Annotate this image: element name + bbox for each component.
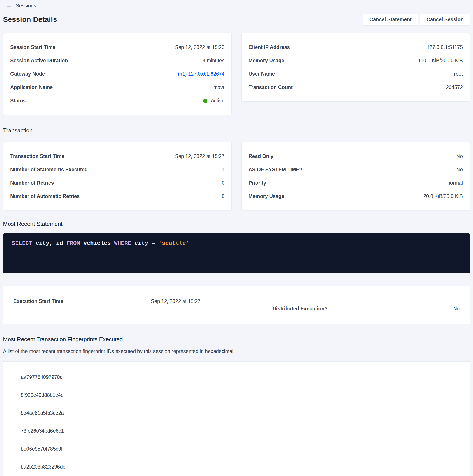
transaction-count-label: Transaction Count bbox=[248, 85, 293, 90]
fingerprint-item: 73fe26034bd6e6c1 bbox=[21, 422, 461, 440]
user-name-row: User Name root bbox=[248, 71, 463, 77]
sql-statement-box: SELECT city, id FROM vehicles WHERE city… bbox=[3, 233, 470, 273]
fingerprint-item: be06e9570f785c9f bbox=[21, 440, 461, 458]
automatic-retries-label: Number of Automatic Retries bbox=[10, 193, 80, 199]
statements-executed-value: 1 bbox=[222, 167, 225, 173]
statement-section-heading: Most Recent Statement bbox=[3, 221, 470, 227]
client-ip-value: 127.0.0.1:51175 bbox=[427, 44, 463, 50]
session-start-time-row: Session Start Time Sep 12, 2022 at 15:23 bbox=[10, 44, 225, 50]
distributed-execution-value: No bbox=[453, 306, 460, 312]
sql-statement-text: SELECT city, id FROM vehicles WHERE city… bbox=[12, 240, 461, 247]
fingerprints-card: aa79775ff097970c 8f920c40d88b1c4e 8d4ae6… bbox=[3, 361, 470, 476]
session-active-duration-value: 4 minutes bbox=[203, 58, 225, 64]
priority-label: Priority bbox=[248, 180, 266, 186]
status-badge: Active bbox=[203, 98, 225, 104]
distributed-execution-row: Distributed Execution? No bbox=[273, 306, 460, 312]
session-details-page: ← Sessions Session Details Cancel Statem… bbox=[0, 0, 473, 476]
as-of-system-time-label: AS OF SYSTEM TIME? bbox=[248, 167, 303, 173]
application-name-label: Application Name bbox=[10, 85, 53, 90]
sql-keyword: WHERE bbox=[114, 240, 131, 247]
automatic-retries-row: Number of Automatic Retries 0 bbox=[10, 193, 225, 199]
fingerprints-description: A list of the most recent transaction fi… bbox=[3, 348, 470, 354]
session-memory-usage-row: Memory Usage 110.0 KiB/200.0 KiB bbox=[248, 58, 463, 64]
sql-keyword: SELECT bbox=[12, 240, 32, 247]
fingerprint-item: aa79775ff097970c bbox=[21, 368, 461, 386]
transaction-memory-usage-row: Memory Usage 20.0 KiB/20.0 KiB bbox=[248, 193, 463, 199]
page-title: Session Details bbox=[3, 15, 57, 24]
gateway-node-row: Gateway Node (n1) 127.0.0.1:62674 bbox=[10, 71, 225, 77]
session-memory-usage-label: Memory Usage bbox=[248, 58, 284, 64]
transaction-card-left: Transaction Start Time Sep 12, 2022 at 1… bbox=[3, 142, 232, 210]
application-name-value: movr bbox=[213, 85, 225, 90]
session-summary-card-left: Session Start Time Sep 12, 2022 at 15:23… bbox=[3, 33, 232, 115]
cancel-session-button[interactable]: Cancel Session bbox=[420, 14, 470, 25]
session-memory-usage-value: 110.0 KiB/200.0 KiB bbox=[418, 58, 463, 64]
sql-plain: city = bbox=[131, 240, 159, 247]
read-only-row: Read Only No bbox=[248, 153, 463, 159]
priority-row: Priority normal bbox=[248, 180, 463, 186]
sql-keyword: FROM bbox=[66, 240, 80, 247]
breadcrumb: ← Sessions bbox=[3, 2, 470, 9]
statements-executed-label: Number of Statements Executed bbox=[10, 167, 88, 173]
priority-value: normal bbox=[447, 180, 463, 186]
automatic-retries-value: 0 bbox=[222, 193, 225, 199]
session-summary-section: Session Start Time Sep 12, 2022 at 15:23… bbox=[3, 33, 470, 115]
status-label: Status bbox=[10, 98, 26, 104]
read-only-value: No bbox=[457, 153, 463, 159]
statements-executed-row: Number of Statements Executed 1 bbox=[10, 167, 225, 173]
fingerprint-item: 8d4ae61a5fb3ce2a bbox=[21, 404, 461, 422]
session-active-duration-row: Session Active Duration 4 minutes bbox=[10, 58, 225, 64]
as-of-system-time-value: No bbox=[457, 167, 463, 173]
as-of-system-time-row: AS OF SYSTEM TIME? No bbox=[248, 167, 463, 173]
page-header: Session Details Cancel Statement Cancel … bbox=[3, 14, 470, 25]
sql-plain: city, id bbox=[32, 240, 66, 247]
execution-start-time-value: Sep 12, 2022 at 15:27 bbox=[151, 298, 200, 304]
transaction-start-time-value: Sep 12, 2022 at 15:27 bbox=[175, 153, 225, 159]
session-start-time-label: Session Start Time bbox=[10, 44, 55, 50]
session-summary-card-right: Client IP Address 127.0.0.1:51175 Memory… bbox=[241, 33, 470, 102]
session-active-duration-label: Session Active Duration bbox=[10, 58, 68, 64]
execution-start-time-label: Execution Start Time bbox=[13, 298, 63, 304]
transaction-count-value: 204572 bbox=[446, 85, 463, 90]
user-name-label: User Name bbox=[248, 71, 275, 77]
status-row: Status Active bbox=[10, 98, 225, 104]
gateway-node-link[interactable]: (n1) 127.0.0.1:62674 bbox=[178, 71, 225, 77]
fingerprint-item: ba2b203b823296de bbox=[21, 458, 461, 476]
client-ip-row: Client IP Address 127.0.0.1:51175 bbox=[248, 44, 463, 50]
distributed-execution-label: Distributed Execution? bbox=[273, 306, 328, 312]
transaction-memory-usage-value: 20.0 KiB/20.0 KiB bbox=[423, 193, 463, 199]
cancel-statement-button[interactable]: Cancel Statement bbox=[363, 14, 418, 25]
sql-string-literal: 'seattle' bbox=[159, 240, 189, 247]
status-value: Active bbox=[211, 98, 225, 104]
sql-plain: vehicles bbox=[80, 240, 114, 247]
gateway-node-label: Gateway Node bbox=[10, 71, 45, 77]
session-start-time-value: Sep 12, 2022 at 15:23 bbox=[175, 44, 225, 50]
fingerprints-section-heading: Most Recent Transaction Fingerprints Exe… bbox=[3, 336, 470, 343]
user-name-value: root bbox=[454, 71, 463, 77]
breadcrumb-sessions-link[interactable]: Sessions bbox=[16, 3, 36, 9]
status-active-dot-icon bbox=[203, 99, 207, 103]
fingerprint-item: 8f920c40d88b1c4e bbox=[21, 386, 461, 404]
read-only-label: Read Only bbox=[248, 153, 274, 159]
application-name-row: Application Name movr bbox=[10, 85, 225, 90]
header-actions: Cancel Statement Cancel Session bbox=[363, 14, 470, 25]
client-ip-label: Client IP Address bbox=[248, 44, 290, 50]
transaction-card-right: Read Only No AS OF SYSTEM TIME? No Prior… bbox=[241, 142, 470, 210]
execution-start-time-row: Execution Start Time Sep 12, 2022 at 15:… bbox=[13, 298, 200, 304]
transaction-count-row: Transaction Count 204572 bbox=[248, 85, 463, 90]
execution-summary-card: Execution Start Time Sep 12, 2022 at 15:… bbox=[3, 286, 470, 324]
back-arrow-icon[interactable]: ← bbox=[6, 3, 12, 9]
number-of-retries-row: Number of Retries 0 bbox=[10, 180, 225, 186]
transaction-start-time-row: Transaction Start Time Sep 12, 2022 at 1… bbox=[10, 153, 225, 159]
number-of-retries-label: Number of Retries bbox=[10, 180, 54, 186]
transaction-start-time-label: Transaction Start Time bbox=[10, 153, 65, 159]
number-of-retries-value: 0 bbox=[222, 180, 225, 186]
transaction-section-heading: Transaction bbox=[3, 127, 470, 134]
transaction-section: Transaction Start Time Sep 12, 2022 at 1… bbox=[3, 142, 470, 210]
transaction-memory-usage-label: Memory Usage bbox=[248, 193, 284, 199]
